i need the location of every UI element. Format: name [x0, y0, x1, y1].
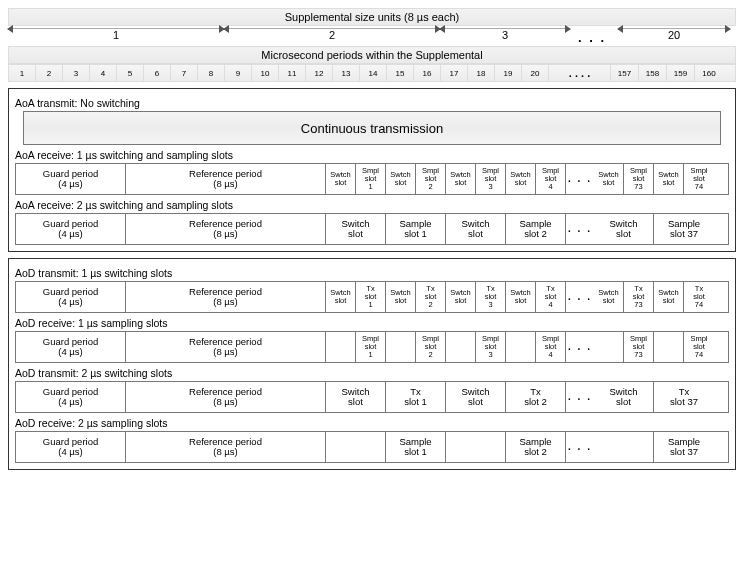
ellipsis: . . . [566, 332, 594, 362]
tick: 11 [279, 65, 306, 81]
slot-cell: Txslot2 [416, 282, 446, 312]
continuous-transmission: Continuous transmission [23, 111, 721, 145]
slot-cell: Guard period(4 µs) [16, 214, 126, 244]
tick: 8 [198, 65, 225, 81]
blank-cell [506, 332, 536, 362]
ellipsis: . . . [566, 382, 594, 412]
slot-cell: Swtchslot [326, 164, 356, 194]
tick: 157 [611, 65, 639, 81]
aod-rx2-row: Guard period(4 µs)Reference period(8 µs)… [15, 431, 729, 463]
tick: 15 [387, 65, 414, 81]
tick: 3 [63, 65, 90, 81]
slot-cell: Swtchslot [386, 164, 416, 194]
ellipsis: . . . [566, 164, 594, 194]
blank-cell [594, 332, 624, 362]
aoa-rx2-row: Guard period(4 µs)Reference period(8 µs)… [15, 213, 729, 245]
tick: 6 [144, 65, 171, 81]
slot-cell: Switchslot [446, 214, 506, 244]
slot-cell: Swtchslot [446, 164, 476, 194]
tick: 17 [441, 65, 468, 81]
slot-cell: Guard period(4 µs) [16, 332, 126, 362]
aoa-rx1-title: AoA receive: 1 µs switching and sampling… [15, 149, 729, 161]
aoa-rx2-title: AoA receive: 2 µs switching and sampling… [15, 199, 729, 211]
ellipsis: . . . [566, 214, 594, 244]
supplemental-title: Supplemental size units (8 µs each) [8, 8, 736, 26]
tick: 12 [306, 65, 333, 81]
slot-cell: Reference period(8 µs) [126, 332, 326, 362]
tick: 20 [522, 65, 549, 81]
slot-cell: Swtchslot [654, 282, 684, 312]
slot-cell: Swtchslot [594, 164, 624, 194]
slot-cell: Sampleslot 2 [506, 214, 566, 244]
slot-cell: Sampleslot 1 [386, 214, 446, 244]
blank-cell [326, 332, 356, 362]
ellipsis: . . . [566, 432, 594, 462]
slot-cell: Smplslot74 [684, 164, 714, 194]
slot-cell: Reference period(8 µs) [126, 214, 326, 244]
slot-cell: Reference period(8 µs) [126, 432, 326, 462]
slot-cell: Guard period(4 µs) [16, 282, 126, 312]
slot-cell: Smplslot2 [416, 164, 446, 194]
tick: 158 [639, 65, 667, 81]
tick: 159 [667, 65, 695, 81]
slot-cell: Smplslot73 [624, 332, 654, 362]
slot-cell: Smplslot1 [356, 332, 386, 362]
tick-ellipsis: . . . . [549, 65, 611, 81]
unit-seg-20: 20 [618, 28, 730, 46]
unit-seg-2: 2 [224, 28, 440, 46]
slot-cell: Guard period(4 µs) [16, 432, 126, 462]
blank-cell [446, 332, 476, 362]
aoa-tx-title: AoA transmit: No switching [15, 97, 729, 109]
tick: 10 [252, 65, 279, 81]
slot-cell: Switchslot [326, 382, 386, 412]
slot-cell: Swtchslot [326, 282, 356, 312]
slot-cell: Reference period(8 µs) [126, 282, 326, 312]
slot-cell: Swtchslot [506, 282, 536, 312]
tick: 18 [468, 65, 495, 81]
aod-tx1-row: Guard period(4 µs)Reference period(8 µs)… [15, 281, 729, 313]
tick: 4 [90, 65, 117, 81]
aod-tx2-title: AoD transmit: 2 µs switching slots [15, 367, 729, 379]
slot-cell: Sampleslot 2 [506, 432, 566, 462]
unit-seg-3: 3 [440, 28, 570, 46]
slot-cell: Sampleslot 37 [654, 214, 714, 244]
aod-section: AoD transmit: 1 µs switching slots Guard… [8, 258, 736, 470]
dots-icon: . . . [578, 30, 606, 45]
slot-cell: Smplslot3 [476, 164, 506, 194]
tick: 19 [495, 65, 522, 81]
slot-cell: Switchslot [326, 214, 386, 244]
tick: 7 [171, 65, 198, 81]
slot-cell: Smplslot74 [684, 332, 714, 362]
microsecond-title: Microsecond periods within the Supplemen… [8, 46, 736, 64]
slot-cell: Smplslot73 [624, 164, 654, 194]
slot-cell: Smplslot4 [536, 164, 566, 194]
slot-cell: Swtchslot [386, 282, 416, 312]
tick: 9 [225, 65, 252, 81]
slot-cell: Swtchslot [446, 282, 476, 312]
ellipsis: . . . [566, 282, 594, 312]
blank-cell [594, 432, 654, 462]
slot-cell: Sampleslot 37 [654, 432, 714, 462]
slot-cell: Txslot3 [476, 282, 506, 312]
slot-cell: Sampleslot 1 [386, 432, 446, 462]
tick: 13 [333, 65, 360, 81]
aod-rx1-row: Guard period(4 µs)Reference period(8 µs)… [15, 331, 729, 363]
blank-cell [654, 332, 684, 362]
slot-cell: Txslot 2 [506, 382, 566, 412]
aoa-rx1-row: Guard period(4 µs)Reference period(8 µs)… [15, 163, 729, 195]
microsecond-ticks: 1234567891011121314151617181920. . . .15… [8, 64, 736, 82]
slot-cell: Swtchslot [654, 164, 684, 194]
aod-rx2-title: AoD receive: 2 µs sampling slots [15, 417, 729, 429]
blank-cell [446, 432, 506, 462]
slot-cell: Txslot1 [356, 282, 386, 312]
slot-cell: Smplslot3 [476, 332, 506, 362]
tick: 14 [360, 65, 387, 81]
slot-cell: Txslot 37 [654, 382, 714, 412]
aod-tx2-row: Guard period(4 µs)Reference period(8 µs)… [15, 381, 729, 413]
slot-cell: Reference period(8 µs) [126, 382, 326, 412]
slot-cell: Txslot73 [624, 282, 654, 312]
tick: 5 [117, 65, 144, 81]
blank-cell [386, 332, 416, 362]
tick: 160 [695, 65, 723, 81]
tick: 1 [9, 65, 36, 81]
